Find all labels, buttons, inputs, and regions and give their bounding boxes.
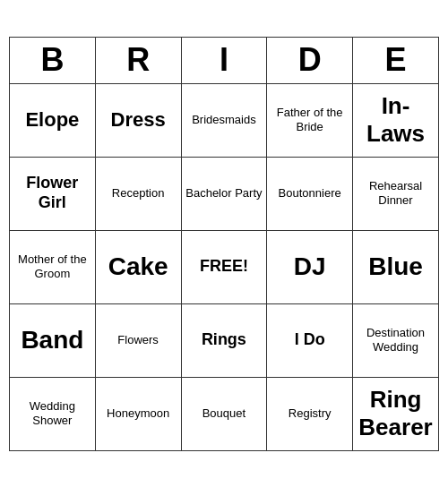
bingo-cell-2-1: Cake xyxy=(95,230,181,303)
bingo-card: BRIDE ElopeDressBridesmaidsFather of the… xyxy=(9,37,439,451)
bingo-cell-3-2: Rings xyxy=(181,303,267,377)
bingo-cell-4-2: Bouquet xyxy=(181,377,267,450)
bingo-cell-3-1: Flowers xyxy=(95,303,181,377)
bingo-cell-0-3: Father of the Bride xyxy=(267,83,353,157)
bingo-cell-4-4: Ring Bearer xyxy=(353,377,439,450)
bingo-row: ElopeDressBridesmaidsFather of the Bride… xyxy=(10,83,439,157)
bingo-row: Mother of the GroomCakeFREE!DJBlue xyxy=(10,230,439,303)
bingo-cell-1-4: Rehearsal Dinner xyxy=(353,157,439,230)
header-row: BRIDE xyxy=(10,37,439,83)
bingo-row: Flower GirlReceptionBachelor PartyBouton… xyxy=(10,157,439,230)
bingo-cell-1-2: Bachelor Party xyxy=(181,157,267,230)
bingo-cell-2-0: Mother of the Groom xyxy=(10,230,96,303)
bingo-cell-3-4: Destination Wedding xyxy=(353,303,439,377)
bingo-cell-3-3: I Do xyxy=(267,303,353,377)
bingo-cell-4-1: Honeymoon xyxy=(95,377,181,450)
bingo-cell-1-3: Boutonniere xyxy=(267,157,353,230)
bingo-cell-2-4: Blue xyxy=(353,230,439,303)
bingo-cell-3-0: Band xyxy=(10,303,96,377)
bingo-cell-4-0: Wedding Shower xyxy=(10,377,96,450)
bingo-cell-1-1: Reception xyxy=(95,157,181,230)
bingo-cell-0-1: Dress xyxy=(95,83,181,157)
bingo-cell-0-2: Bridesmaids xyxy=(181,83,267,157)
header-cell: I xyxy=(181,37,267,83)
bingo-row: Wedding ShowerHoneymoonBouquetRegistryRi… xyxy=(10,377,439,450)
header-cell: E xyxy=(353,37,439,83)
bingo-cell-4-3: Registry xyxy=(267,377,353,450)
bingo-cell-0-0: Elope xyxy=(10,83,96,157)
header-cell: B xyxy=(10,37,96,83)
bingo-row: BandFlowersRingsI DoDestination Wedding xyxy=(10,303,439,377)
bingo-cell-1-0: Flower Girl xyxy=(10,157,96,230)
bingo-cell-0-4: In-Laws xyxy=(353,83,439,157)
header-cell: D xyxy=(267,37,353,83)
bingo-cell-2-3: DJ xyxy=(267,230,353,303)
header-cell: R xyxy=(95,37,181,83)
bingo-cell-2-2: FREE! xyxy=(181,230,267,303)
